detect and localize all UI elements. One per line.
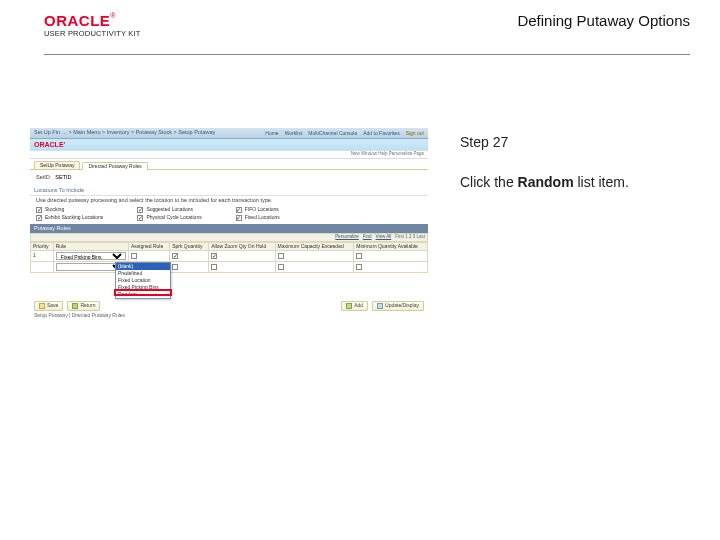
col-zoom: Allow Zoom Qty On Hold bbox=[209, 242, 275, 250]
col-assigned: Assigned Rule bbox=[128, 242, 169, 250]
table-header-row: Priority Rule Assigned Rule Sprk Quantit… bbox=[31, 242, 428, 250]
check-physical-label: Physical Cycle Locations bbox=[146, 214, 201, 220]
tab-bar: SetUp Putaway Directed Putaway Rules bbox=[30, 159, 428, 170]
col-minqty: Minimum Quantity Available bbox=[354, 242, 428, 250]
return-button[interactable]: Return bbox=[67, 301, 100, 311]
header-divider bbox=[44, 54, 690, 55]
col-maxcap: Maximum Capacity Exceeded bbox=[275, 242, 354, 250]
col-rule: Rule bbox=[53, 242, 128, 250]
page-title: Defining Putaway Options bbox=[517, 12, 690, 35]
cell-min-2[interactable] bbox=[356, 264, 362, 270]
plus-icon bbox=[346, 303, 352, 309]
cell-min-1[interactable] bbox=[356, 253, 362, 259]
col-sprk: Sprk Quantity bbox=[170, 242, 209, 250]
add-button[interactable]: Add bbox=[341, 301, 368, 311]
app-brand-strip: ORACLE' bbox=[30, 139, 428, 151]
setid-label: SetID: bbox=[36, 175, 51, 181]
suite-label: USER PRODUCTIVITY KIT bbox=[44, 29, 141, 38]
dropdown-option-blank[interactable]: (blank) bbox=[116, 263, 170, 270]
toolbar-find[interactable]: Find bbox=[363, 235, 372, 240]
check-fixed-label: Fixed Locations bbox=[245, 214, 280, 220]
rules-table: Priority Rule Assigned Rule Sprk Quantit… bbox=[30, 242, 428, 273]
check-fixed[interactable] bbox=[236, 215, 242, 221]
check-suggested[interactable] bbox=[137, 207, 143, 213]
tab-directed-rules[interactable]: Directed Putaway Rules bbox=[82, 162, 147, 170]
app-nav: Set Up Fin … > Main Menu > Inventory > P… bbox=[30, 128, 428, 139]
rules-toolbar: Personalize Find View All First 1 2 3 La… bbox=[30, 233, 428, 242]
check-fifo[interactable] bbox=[236, 207, 242, 213]
toolbar-viewall[interactable]: View All bbox=[376, 235, 392, 240]
dropdown-option-predefined[interactable]: Predefined bbox=[116, 270, 170, 277]
check-exhibit-label: Exhibit Stocking Locations bbox=[45, 214, 103, 220]
cell-zoom-2[interactable] bbox=[211, 264, 217, 270]
setid-row: SetID: SETID bbox=[30, 172, 428, 184]
instruction-bold: Random bbox=[518, 174, 574, 190]
step-label: Step 27 bbox=[460, 134, 690, 150]
dropdown-option-fixedpick[interactable]: Fixed Picking Bins bbox=[116, 284, 170, 291]
app-subheader: New Window Help Personalize Page bbox=[30, 151, 428, 159]
nav-link-home[interactable]: Home bbox=[265, 131, 278, 136]
table-row: 1 Fixed Picking Bins bbox=[31, 250, 428, 261]
dropdown-option-random[interactable]: Random bbox=[116, 291, 170, 298]
return-button-label: Return bbox=[80, 303, 95, 308]
nav-link-mcc[interactable]: MultiChannel Console bbox=[308, 131, 357, 136]
registered-mark: ® bbox=[110, 12, 115, 19]
instruction-after: list item. bbox=[574, 174, 629, 190]
rule-select-1[interactable]: Fixed Picking Bins bbox=[56, 252, 126, 260]
check-suggested-label: Suggested Locations bbox=[146, 206, 193, 212]
oracle-logo: ORACLE bbox=[44, 12, 110, 29]
rules-bar-title: Putaway Rules bbox=[34, 225, 71, 231]
brand-block: ORACLE® USER PRODUCTIVITY KIT bbox=[44, 12, 141, 38]
save-button[interactable]: Save bbox=[34, 301, 63, 311]
status-line: Setup Putaway | Directed Putaway Rules bbox=[30, 313, 428, 318]
nav-link-signout[interactable]: Sign out bbox=[406, 131, 424, 136]
cell-max-1[interactable] bbox=[278, 253, 284, 259]
check-stocking[interactable] bbox=[36, 207, 42, 213]
save-button-label: Save bbox=[47, 303, 58, 308]
toolbar-paging: First 1 2 3 Last bbox=[395, 235, 425, 240]
instruction-text: Click the Random list item. bbox=[460, 174, 690, 190]
tab-setup-putaway[interactable]: SetUp Putaway bbox=[34, 161, 80, 169]
cell-sprk-1[interactable] bbox=[172, 253, 178, 259]
add-button-label: Add bbox=[354, 303, 363, 308]
cell-assigned-1[interactable] bbox=[131, 253, 137, 259]
rules-bar: Putaway Rules bbox=[30, 224, 428, 234]
breadcrumb: Set Up Fin … > Main Menu > Inventory > P… bbox=[34, 130, 259, 136]
rule-dropdown[interactable]: (blank) Predefined Fixed Location Fixed … bbox=[115, 262, 171, 299]
section-title: Locations To Include bbox=[30, 186, 428, 197]
table-row bbox=[31, 261, 428, 272]
back-icon bbox=[72, 303, 78, 309]
check-exhibit[interactable] bbox=[36, 215, 42, 221]
cell-zoom-1[interactable] bbox=[211, 253, 217, 259]
check-physical[interactable] bbox=[137, 215, 143, 221]
checkbox-grid: Stocking Exhibit Stocking Locations Sugg… bbox=[30, 204, 428, 224]
save-icon bbox=[39, 303, 45, 309]
check-fifo-label: FIFO Locations bbox=[245, 206, 279, 212]
setid-value: SETID bbox=[55, 175, 71, 181]
cell-sprk-2[interactable] bbox=[172, 264, 178, 270]
col-priority: Priority bbox=[31, 242, 54, 250]
grid-icon bbox=[377, 303, 383, 309]
nav-link-worklist[interactable]: Worklist bbox=[285, 131, 303, 136]
dropdown-option-fixedloc[interactable]: Fixed Location bbox=[116, 277, 170, 284]
app-screenshot: Set Up Fin … > Main Menu > Inventory > P… bbox=[30, 128, 428, 298]
app-brand: ORACLE' bbox=[30, 141, 65, 148]
update-button-label: Update/Display bbox=[385, 303, 419, 308]
instruction-before: Click the bbox=[460, 174, 518, 190]
toolbar-personalize[interactable]: Personalize bbox=[335, 235, 359, 240]
cell-max-2[interactable] bbox=[278, 264, 284, 270]
check-stocking-label: Stocking bbox=[45, 206, 64, 212]
nav-link-fav[interactable]: Add to Favorites bbox=[363, 131, 399, 136]
cell-priority: 1 bbox=[31, 250, 54, 261]
update-button[interactable]: Update/Display bbox=[372, 301, 424, 311]
